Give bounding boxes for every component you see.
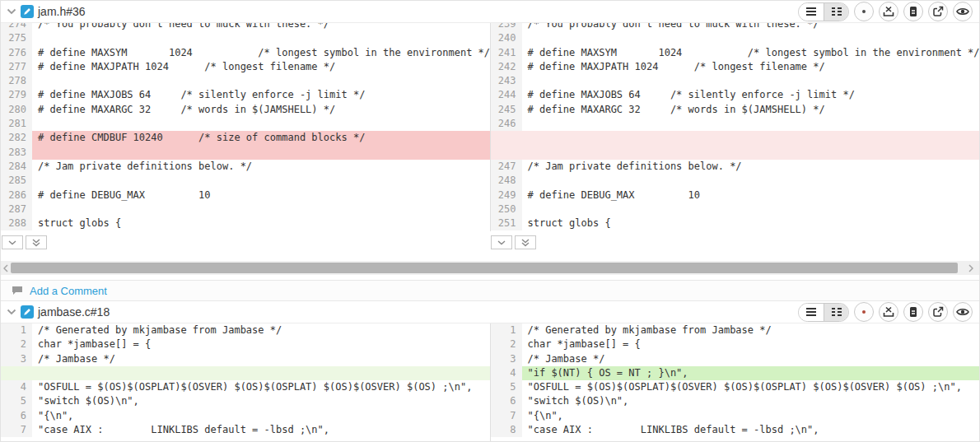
diff-line[interactable]: 4"OSFULL = $(OS)$(OSPLAT)$(OSVER) $(OS)$… xyxy=(1,380,490,394)
diff-line[interactable]: 283 xyxy=(1,146,490,160)
diff-line[interactable]: 280# define MAXARGC 32 /* words in $(JAM… xyxy=(1,103,490,117)
diff-line[interactable]: 281 xyxy=(1,117,490,131)
line-number: 7 xyxy=(1,423,32,437)
diff-line[interactable]: 5"OSFULL = $(OS)$(OSPLAT)$(OSVER) $(OS)$… xyxy=(491,380,980,394)
scroll-right-arrow-icon[interactable] xyxy=(966,261,976,275)
diff-line[interactable]: 6"{\n", xyxy=(1,409,490,423)
code-text xyxy=(32,146,490,160)
diff-line[interactable]: 244# define MAXJOBS 64 /* silently enfor… xyxy=(491,88,980,102)
diff-line[interactable]: 246 xyxy=(491,117,980,131)
line-number: 279 xyxy=(1,88,32,102)
diff-line[interactable]: 287 xyxy=(1,202,490,216)
code-text: /* Jam private definitions below. */ xyxy=(32,160,490,174)
diff-line[interactable]: 3/* Jambase */ xyxy=(491,352,980,366)
diff-line[interactable]: 274/* You probably don't need to muck wi… xyxy=(1,23,490,31)
collapse-chevron-icon[interactable] xyxy=(7,309,16,315)
diff-line[interactable] xyxy=(491,146,980,160)
diff-line[interactable]: 277# define MAXJPATH 1024 /* longest fil… xyxy=(1,60,490,74)
diff-line[interactable]: 247/* Jam private definitions below. */ xyxy=(491,160,980,174)
inline-view-button[interactable] xyxy=(799,304,824,321)
expand-more-button[interactable] xyxy=(491,235,512,249)
code-text: # define CMDBUF 10240 /* size of command… xyxy=(32,131,490,145)
add-comment-link[interactable]: Add a Comment xyxy=(30,285,107,297)
diff-line[interactable]: 249# define DEBUG_MAX 10 xyxy=(491,188,980,202)
diff-line[interactable]: 2char *jambase[] = { xyxy=(491,337,980,351)
side-by-side-view-button[interactable] xyxy=(824,304,848,321)
code-text: "OSFULL = $(OS)$(OSPLAT)$(OSVER) $(OS)$(… xyxy=(32,380,490,394)
horizontal-scrollbar[interactable] xyxy=(1,261,979,275)
inline-view-button[interactable] xyxy=(799,3,824,21)
download-button[interactable] xyxy=(879,302,898,322)
diff-line[interactable]: 1/* Generated by mkjambase from Jambase … xyxy=(1,323,490,337)
diff-line[interactable]: 245# define MAXARGC 32 /* words in $(JAM… xyxy=(491,103,980,117)
line-number: 2 xyxy=(1,337,32,351)
diff-line[interactable]: 240 xyxy=(491,31,980,45)
code-text: "if $(NT) { OS = NT ; }\n", xyxy=(522,366,980,380)
line-number: 240 xyxy=(491,31,522,45)
code-text: /* You probably don't need to muck with … xyxy=(32,23,490,31)
comments-dot-icon xyxy=(862,10,866,13)
diff-line[interactable] xyxy=(1,366,490,380)
diff-line[interactable]: 7"case AIX : LINKLIBS default = -lbsd ;\… xyxy=(1,423,490,437)
line-number: 283 xyxy=(1,146,32,160)
diff-line[interactable]: 251struct globs { xyxy=(491,216,980,230)
diff-line[interactable]: 243 xyxy=(491,74,980,88)
diff-line[interactable]: 286# define DEBUG_MAX 10 xyxy=(1,188,490,202)
show-hide-button[interactable] xyxy=(953,2,973,21)
diff-line[interactable]: 278 xyxy=(1,74,490,88)
side-by-side-view-button[interactable] xyxy=(824,3,848,21)
file-header: jam.h#36 xyxy=(1,1,979,23)
diff-line[interactable]: 241# define MAXSYM 1024 /* longest symbo… xyxy=(491,46,980,60)
code-text: /* Generated by mkjambase from Jambase *… xyxy=(522,323,980,337)
diff-line[interactable]: 282# define CMDBUF 10240 /* size of comm… xyxy=(1,131,490,145)
line-number: 287 xyxy=(1,202,32,216)
scroll-left-arrow-icon[interactable] xyxy=(1,261,11,275)
line-number xyxy=(1,366,32,380)
diff-pane-left: 1/* Generated by mkjambase from Jambase … xyxy=(1,323,491,442)
show-hide-button[interactable] xyxy=(953,302,973,322)
diff-line[interactable] xyxy=(491,131,980,145)
comments-toggle-button[interactable] xyxy=(854,302,874,322)
diff-line[interactable]: 275 xyxy=(1,31,490,45)
code-text: # define MAXSYM 1024 /* longest symbol i… xyxy=(522,46,980,60)
line-number: 3 xyxy=(1,352,32,366)
full-file-button[interactable] xyxy=(903,302,923,322)
expand-all-button[interactable] xyxy=(26,235,47,249)
code-text xyxy=(32,117,490,131)
scrollbar-thumb[interactable] xyxy=(11,263,958,273)
diff-line[interactable]: 3/* Jambase */ xyxy=(1,352,490,366)
open-in-new-icon xyxy=(932,306,944,318)
diff-line[interactable]: 4"if $(NT) { OS = NT ; }\n", xyxy=(491,366,980,380)
line-number: 280 xyxy=(1,103,32,117)
diff-line[interactable]: 2char *jambase[] = { xyxy=(1,337,490,351)
diff-line[interactable]: 239/* You probably don't need to muck wi… xyxy=(491,23,980,31)
diff-line[interactable]: 8"case AIX : LINKLIBS default = -lbsd ;\… xyxy=(491,423,980,437)
line-number: 1 xyxy=(1,323,32,337)
comments-dot-icon xyxy=(862,310,866,314)
code-text xyxy=(32,31,490,45)
diff-line[interactable]: 7"{\n", xyxy=(491,409,980,423)
diff-line[interactable]: 248 xyxy=(491,174,980,188)
code-text xyxy=(522,202,980,216)
collapse-chevron-icon[interactable] xyxy=(7,8,16,15)
open-file-button[interactable] xyxy=(928,302,948,322)
diff-line[interactable]: 288struct globs { xyxy=(1,216,490,230)
diff-line[interactable]: 242# define MAXJPATH 1024 /* longest fil… xyxy=(491,60,980,74)
expand-all-button[interactable] xyxy=(515,235,536,249)
diff-line[interactable]: 276# define MAXSYM 1024 /* longest symbo… xyxy=(1,46,490,60)
line-number: 251 xyxy=(491,216,522,230)
diff-line[interactable]: 279# define MAXJOBS 64 /* silently enfor… xyxy=(1,88,490,102)
comments-toggle-button[interactable] xyxy=(854,2,874,21)
full-file-button[interactable] xyxy=(903,2,923,21)
diff-line[interactable]: 250 xyxy=(491,202,980,216)
diff-line[interactable]: 6"switch $(OS)\n", xyxy=(491,394,980,408)
diff-line[interactable]: 284/* Jam private definitions below. */ xyxy=(1,160,490,174)
code-text: /* Generated by mkjambase from Jambase *… xyxy=(32,323,490,337)
diff-line[interactable]: 5"switch $(OS)\n", xyxy=(1,394,490,408)
diff-line[interactable]: 1/* Generated by mkjambase from Jambase … xyxy=(491,323,980,337)
diff-line[interactable]: 285 xyxy=(1,174,490,188)
download-button[interactable] xyxy=(879,2,898,21)
line-number: 245 xyxy=(491,103,522,117)
expand-more-button[interactable] xyxy=(2,235,23,249)
open-file-button[interactable] xyxy=(928,2,948,21)
